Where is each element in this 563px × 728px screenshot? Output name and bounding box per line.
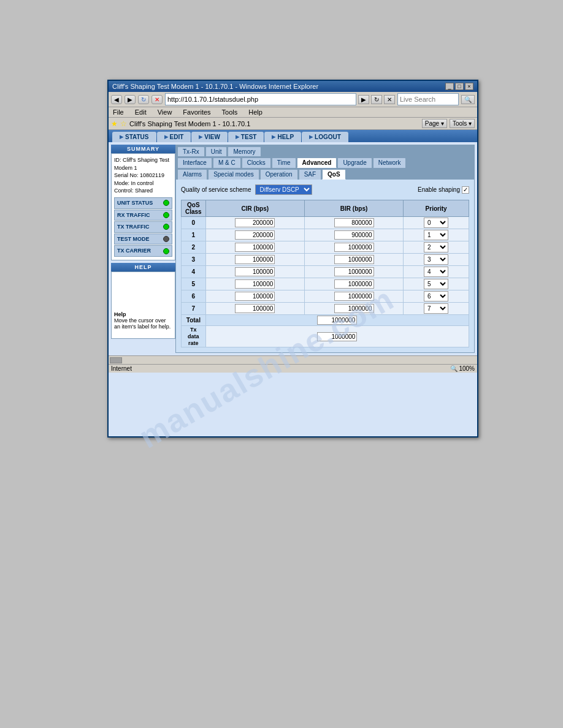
- bir-input-2[interactable]: [334, 243, 374, 252]
- nav-help[interactable]: ▶ HELP: [264, 132, 301, 142]
- tab-mc[interactable]: M & C: [213, 157, 241, 168]
- nav-status-arrow: ▶: [120, 134, 123, 140]
- cir-input-4[interactable]: [235, 267, 275, 276]
- tab-row-3: Alarms Special modes Operation SAF QoS: [176, 168, 474, 180]
- priority-select-6[interactable]: 01234567: [424, 291, 448, 301]
- browser-titlebar: Cliff's Shaping Test Modem 1 - 10.1.70.1…: [109, 81, 477, 92]
- qos-class-5: 5: [182, 278, 206, 290]
- back-button[interactable]: ◀: [111, 95, 122, 104]
- search-button[interactable]: 🔍: [461, 95, 475, 104]
- horizontal-scrollbar[interactable]: [109, 355, 477, 364]
- top-navigation: ▶ STATUS ▶ EDIT ▶ VIEW ▶ TEST ▶ HELP ▶ L…: [109, 130, 477, 142]
- col-header-class: QoS Class: [182, 200, 206, 217]
- page-button[interactable]: Page ▾: [422, 119, 447, 128]
- device-mode: Mode: In control: [114, 180, 172, 188]
- tab-row-1: Tx-Rx Unit Memory: [176, 145, 474, 156]
- tab-time[interactable]: Time: [272, 157, 296, 168]
- menu-help[interactable]: Help: [247, 108, 264, 116]
- nav-edit[interactable]: ▶ EDIT: [157, 132, 191, 142]
- nav-test[interactable]: ▶ TEST: [228, 132, 264, 142]
- tab-upgrade[interactable]: Upgrade: [337, 157, 372, 168]
- go-button[interactable]: ▶: [358, 95, 369, 104]
- refresh-button[interactable]: ↻: [138, 95, 149, 104]
- search-input[interactable]: [397, 93, 459, 105]
- tab-memory[interactable]: Memory: [228, 146, 261, 156]
- qos-header: Quality of service scheme Diffserv DSCP …: [181, 184, 469, 195]
- refresh-small-button[interactable]: ↻: [371, 95, 382, 104]
- cir-input-6[interactable]: [235, 292, 275, 301]
- total-input[interactable]: [317, 316, 357, 325]
- stop-small-button[interactable]: ✕: [384, 95, 395, 104]
- cir-input-1[interactable]: [235, 230, 275, 240]
- bir-input-5[interactable]: [334, 279, 374, 289]
- table-row: 1 01234567: [182, 229, 469, 241]
- close-button[interactable]: ×: [465, 83, 473, 90]
- tab-alarms[interactable]: Alarms: [177, 169, 207, 180]
- total-label: Total: [182, 315, 206, 326]
- total-row: Total: [182, 315, 469, 326]
- nav-status[interactable]: ▶ STATUS: [112, 132, 156, 142]
- cir-input-7[interactable]: [235, 304, 275, 313]
- nav-test-arrow: ▶: [236, 134, 239, 140]
- priority-select-1[interactable]: 01234567: [424, 230, 448, 240]
- status-tx-carrier: TX CARRIER: [114, 245, 172, 257]
- nav-logout-arrow: ▶: [309, 134, 313, 140]
- minimize-button[interactable]: _: [445, 83, 454, 90]
- tab-network[interactable]: Network: [373, 157, 407, 168]
- cir-input-0[interactable]: [235, 218, 275, 227]
- nav-logout[interactable]: ▶ LOGOUT: [302, 132, 348, 142]
- priority-select-4[interactable]: 01234567: [424, 267, 448, 277]
- bir-input-4[interactable]: [334, 267, 374, 276]
- priority-select-2[interactable]: 01234567: [424, 242, 448, 252]
- tab-special-modes[interactable]: Special modes: [208, 169, 259, 180]
- favorites-link[interactable]: Cliff's Shaping Test Modem 1 - 10.1.70.1: [129, 120, 250, 127]
- tab-qos[interactable]: QoS: [322, 169, 346, 180]
- enable-shaping-section: Enable shaping ✓: [418, 186, 469, 194]
- sidebar-summary-label: SUMMARY: [111, 145, 175, 153]
- priority-select-3[interactable]: 01234567: [424, 254, 448, 265]
- cir-input-3[interactable]: [235, 255, 275, 264]
- tab-unit[interactable]: Unit: [205, 146, 228, 156]
- scheme-section: Quality of service scheme Diffserv DSCP: [181, 184, 312, 195]
- bir-input-1[interactable]: [334, 230, 374, 240]
- stop-button[interactable]: ✕: [151, 95, 163, 104]
- menu-favorites[interactable]: Favorites: [181, 108, 212, 116]
- tab-interface[interactable]: Interface: [177, 157, 212, 168]
- qos-class-1: 1: [182, 229, 206, 241]
- tx-traffic-dot: [163, 224, 169, 230]
- tab-clocks[interactable]: Clocks: [242, 157, 271, 168]
- menu-view[interactable]: View: [156, 108, 174, 116]
- menu-tools[interactable]: Tools: [220, 108, 240, 116]
- scroll-thumb-h[interactable]: [110, 357, 122, 363]
- col-header-priority: Priority: [404, 200, 469, 217]
- status-rx-traffic: RX TRAFFIC: [114, 210, 172, 221]
- maximize-button[interactable]: □: [455, 83, 464, 90]
- priority-select-0[interactable]: 01234567: [424, 218, 448, 228]
- priority-select-7[interactable]: 01234567: [424, 303, 448, 314]
- tab-operation[interactable]: Operation: [260, 169, 298, 180]
- cir-input-2[interactable]: [235, 243, 275, 252]
- tools-button[interactable]: Tools ▾: [450, 119, 475, 128]
- tab-tx-rx[interactable]: Tx-Rx: [177, 146, 205, 156]
- scheme-select[interactable]: Diffserv DSCP: [255, 184, 312, 195]
- qos-class-3: 3: [182, 254, 206, 266]
- enable-shaping-checkbox[interactable]: ✓: [462, 186, 469, 194]
- forward-button[interactable]: ▶: [124, 95, 136, 104]
- status-unit-status: UNIT STATUS: [114, 197, 172, 209]
- rx-traffic-label: RX TRAFFIC: [117, 211, 150, 219]
- scheme-label: Quality of service scheme: [181, 186, 251, 193]
- nav-view[interactable]: ▶ VIEW: [191, 132, 228, 142]
- bir-input-7[interactable]: [334, 304, 374, 313]
- menu-file[interactable]: File: [111, 108, 126, 116]
- bir-input-0[interactable]: [334, 218, 374, 227]
- tx-data-rate-input[interactable]: [317, 332, 357, 341]
- tab-advanced[interactable]: Advanced: [297, 157, 337, 168]
- cir-input-5[interactable]: [235, 279, 275, 289]
- browser-title: Cliff's Shaping Test Modem 1 - 10.1.70.1…: [112, 83, 318, 90]
- address-input[interactable]: [165, 93, 356, 105]
- bir-input-3[interactable]: [334, 255, 374, 264]
- menu-edit[interactable]: Edit: [133, 108, 148, 116]
- bir-input-6[interactable]: [334, 292, 374, 301]
- priority-select-5[interactable]: 01234567: [424, 279, 448, 289]
- tab-saf[interactable]: SAF: [299, 169, 321, 180]
